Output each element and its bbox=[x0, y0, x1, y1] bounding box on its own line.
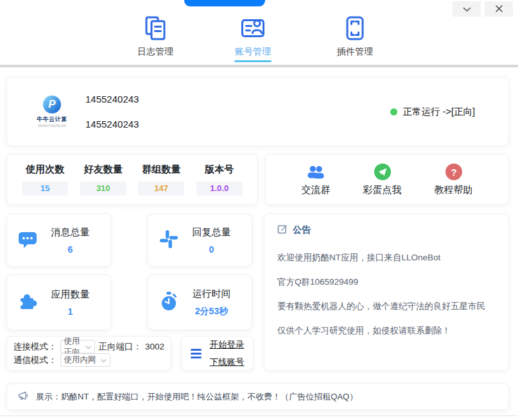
announcement-line: 官方Q群1065929499 bbox=[277, 276, 496, 288]
quick-links-card: 交流群 彩蛋点我 ? 教程帮助 bbox=[265, 154, 509, 205]
metric-title: 消息总量 bbox=[39, 226, 101, 239]
stat-value: 15 bbox=[22, 181, 68, 196]
metric-value: 1 bbox=[39, 307, 101, 317]
quick-link-tutorial-help[interactable]: ? 教程帮助 bbox=[435, 163, 473, 196]
metric-value: 0 bbox=[180, 244, 243, 255]
pinwheel-icon bbox=[157, 228, 180, 253]
edit-icon bbox=[277, 224, 288, 237]
status-dot bbox=[390, 108, 397, 115]
metric-value: 6 bbox=[39, 244, 101, 255]
connection-settings-card: 连接模式： 使用正向 正向端口： 3002 通信模式： 使用内网 bbox=[6, 336, 171, 371]
port-value: 3002 bbox=[145, 342, 164, 351]
metric-runtime: 运行时间 2分53秒 bbox=[148, 274, 252, 330]
avatar-subtitle: NIUNIUYUNJISUAN bbox=[31, 124, 73, 128]
stat-group-count: 群组数量 147 bbox=[138, 164, 184, 196]
tab-bar: 日志管理 账号管理 bbox=[0, 13, 518, 65]
port-label: 正向端口： bbox=[98, 341, 142, 353]
menu-icon bbox=[191, 349, 202, 358]
metric-value: 2分53秒 bbox=[180, 306, 243, 317]
comm-mode-value: 使用内网 bbox=[64, 355, 96, 365]
tab-account-management[interactable]: 账号管理 bbox=[223, 13, 282, 62]
avatar-name: 牛牛云计算 bbox=[26, 115, 78, 124]
run-status: 正常运行 ->[正向] bbox=[390, 106, 475, 118]
quick-link-label: 彩蛋点我 bbox=[363, 184, 402, 196]
announcement-line: 欢迎使用奶酪NT应用，接口来自LLOneBot bbox=[277, 252, 496, 264]
start-login-link[interactable]: 开始登录 bbox=[210, 339, 245, 351]
metric-replies-total: 回复总量 0 bbox=[148, 214, 252, 267]
announcement-line: 仅供个人学习研究使用，如侵权请联系删除！ bbox=[277, 325, 496, 337]
telegram-icon bbox=[363, 163, 402, 181]
metric-messages-total: 消息总量 6 bbox=[6, 214, 111, 267]
offline-account-link[interactable]: 下线账号 bbox=[210, 357, 245, 368]
stat-value: 147 bbox=[138, 181, 184, 196]
window-bottom-border bbox=[0, 416, 518, 416]
tab-label: 插件管理 bbox=[325, 46, 384, 58]
account-uid: 1455240243 bbox=[85, 119, 139, 130]
stat-label: 使用次数 bbox=[22, 164, 68, 176]
svg-text:?: ? bbox=[451, 167, 456, 178]
announcement-line: 要有颗热爱机器人的心，做个遵纪守法的良好五星市民 bbox=[277, 301, 496, 312]
tabbar-divider bbox=[0, 65, 518, 67]
tab-log-management[interactable]: 日志管理 bbox=[126, 13, 185, 58]
question-icon: ? bbox=[435, 163, 473, 181]
announcement-title: 公告 bbox=[293, 224, 311, 236]
metric-app-count: 应用数量 1 bbox=[6, 274, 111, 330]
connect-mode-label: 连接模式： bbox=[13, 341, 57, 353]
metric-title: 应用数量 bbox=[39, 289, 101, 301]
log-icon bbox=[126, 13, 185, 44]
tab-active-underline bbox=[234, 60, 272, 62]
stat-label: 群组数量 bbox=[138, 164, 184, 176]
account-actions-card: 开始登录 下线账号 bbox=[181, 336, 254, 371]
chevron-down-icon bbox=[85, 342, 91, 351]
tab-plugin-management[interactable]: 插件管理 bbox=[325, 13, 384, 58]
puzzle-icon bbox=[16, 290, 39, 315]
megaphone-icon bbox=[17, 390, 29, 404]
quick-link-chat-group[interactable]: 交流群 bbox=[302, 163, 331, 196]
comm-mode-label: 通信模式： bbox=[13, 355, 57, 366]
chat-icon bbox=[16, 228, 39, 253]
metric-title: 回复总量 bbox=[180, 226, 243, 239]
announcement-panel: 公告 欢迎使用奶酪NT应用，接口来自LLOneBot 官方Q群106592949… bbox=[264, 214, 509, 371]
people-icon bbox=[302, 163, 331, 181]
status-text: 正常运行 ->[正向] bbox=[403, 106, 475, 118]
quick-link-label: 教程帮助 bbox=[435, 184, 473, 196]
stopwatch-icon bbox=[157, 290, 180, 315]
stat-usage-count: 使用次数 15 bbox=[22, 164, 68, 196]
app-window: 日志管理 账号管理 bbox=[0, 0, 518, 420]
plugin-icon bbox=[325, 13, 384, 44]
tab-label: 账号管理 bbox=[223, 46, 282, 58]
account-icon bbox=[223, 13, 282, 44]
metric-title: 运行时间 bbox=[180, 288, 243, 300]
connect-mode-select[interactable]: 使用正向 bbox=[60, 340, 96, 353]
avatar-logo: P bbox=[43, 96, 61, 113]
quick-link-label: 交流群 bbox=[302, 184, 331, 196]
stat-label: 版本号 bbox=[196, 164, 243, 176]
quick-link-easter-egg[interactable]: 彩蛋点我 bbox=[363, 163, 402, 196]
stat-friend-count: 好友数量 310 bbox=[80, 164, 126, 196]
comm-mode-select[interactable]: 使用内网 bbox=[60, 353, 110, 367]
stat-version: 版本号 1.0.0 bbox=[196, 164, 243, 196]
footer-announcement-bar: 展示：奶酪NT，配置好端口，开始使用吧！纯公益框架，不收费！（广告位招租QAQ） bbox=[6, 383, 509, 410]
window-accent-pill bbox=[184, 0, 265, 6]
account-nickname: 1455240243 bbox=[85, 94, 139, 105]
stats-card: 使用次数 15 好友数量 310 群组数量 147 版本号 1.0.0 bbox=[6, 154, 258, 205]
chevron-down-icon bbox=[101, 356, 107, 365]
stat-value: 1.0.0 bbox=[196, 181, 243, 196]
tab-label: 日志管理 bbox=[126, 46, 185, 58]
stat-value: 310 bbox=[80, 181, 126, 196]
footer-text: 展示：奶酪NT，配置好端口，开始使用吧！纯公益框架，不收费！（广告位招租QAQ） bbox=[36, 391, 358, 403]
avatar: P 牛牛云计算 NIUNIUYUNJISUAN bbox=[26, 96, 78, 128]
account-card: P 牛牛云计算 NIUNIUYUNJISUAN 1455240243 14552… bbox=[6, 77, 509, 146]
stat-label: 好友数量 bbox=[80, 164, 126, 176]
